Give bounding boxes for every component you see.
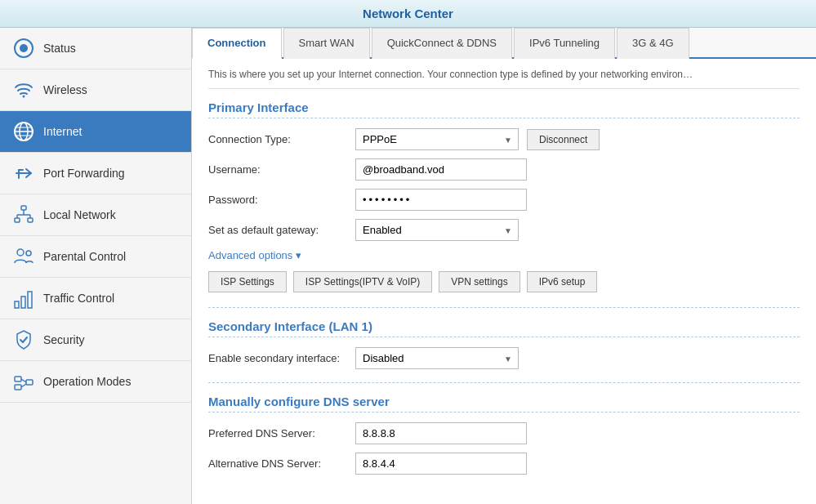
alternative-dns-label: Alternative DNS Server: — [208, 457, 355, 470]
tab-connection[interactable]: Connection — [192, 28, 282, 59]
svg-rect-9 — [15, 218, 20, 222]
connection-type-label: Connection Type: — [208, 133, 355, 145]
connection-type-select[interactable]: PPPoE DHCP Static IP — [355, 128, 519, 150]
security-icon — [12, 328, 35, 351]
svg-rect-19 — [28, 292, 32, 308]
svg-point-2 — [23, 96, 25, 98]
sidebar-item-parental-control[interactable]: Parental Control — [0, 236, 191, 278]
alternative-dns-row: Alternative DNS Server: — [208, 453, 800, 475]
page-description: This is where you set up your Internet c… — [208, 69, 800, 89]
preferred-dns-input[interactable] — [355, 422, 527, 444]
svg-point-15 — [17, 249, 24, 256]
default-gateway-select-wrapper: Enabled Disabled ▼ — [355, 219, 519, 241]
svg-line-23 — [21, 379, 26, 382]
status-icon — [12, 37, 35, 60]
primary-interface-section: Primary Interface Connection Type: PPPoE… — [208, 100, 800, 292]
connection-type-row: Connection Type: PPPoE DHCP Static IP ▼ … — [208, 128, 800, 150]
password-label: Password: — [208, 194, 355, 206]
advanced-options-label: Advanced options — [208, 249, 292, 261]
svg-rect-18 — [21, 297, 25, 308]
content-area: Connection Smart WAN QuickConnect & DDNS… — [192, 28, 816, 504]
sidebar-item-local-network[interactable]: Local Network — [0, 194, 191, 236]
enable-secondary-select-wrapper: Disabled Enabled ▼ — [355, 347, 519, 369]
password-input[interactable] — [355, 189, 527, 211]
sidebar-item-local-network-label: Local Network — [43, 208, 116, 221]
disconnect-button[interactable]: Disconnect — [527, 129, 600, 150]
preferred-dns-label: Preferred DNS Server: — [208, 427, 355, 439]
secondary-interface-section: Secondary Interface (LAN 1) Enable secon… — [208, 307, 800, 369]
sidebar-item-security-label: Security — [43, 333, 85, 346]
operation-modes-icon — [12, 370, 35, 393]
enable-secondary-select[interactable]: Disabled Enabled — [355, 347, 519, 369]
svg-rect-21 — [15, 385, 21, 390]
sidebar-item-internet[interactable]: Internet — [0, 111, 191, 153]
isp-settings-button[interactable]: ISP Settings — [208, 271, 287, 292]
svg-rect-17 — [15, 301, 19, 308]
default-gateway-label: Set as default gateway: — [208, 224, 355, 236]
tab-smart-wan[interactable]: Smart WAN — [283, 28, 370, 59]
advanced-options-toggle[interactable]: Advanced options ▾ — [208, 249, 301, 261]
username-input[interactable] — [355, 158, 527, 181]
username-label: Username: — [208, 163, 355, 176]
sidebar-item-port-forwarding[interactable]: Port Forwarding — [0, 153, 191, 194]
secondary-interface-title: Secondary Interface (LAN 1) — [208, 319, 800, 337]
svg-rect-22 — [26, 380, 33, 385]
sidebar-item-wireless-label: Wireless — [43, 83, 87, 96]
sidebar-item-operation-modes[interactable]: Operation Modes — [0, 361, 191, 403]
dns-section: Manually configure DNS server Preferred … — [208, 382, 800, 475]
svg-point-16 — [26, 251, 31, 256]
svg-rect-8 — [21, 206, 26, 210]
sidebar-item-operation-modes-label: Operation Modes — [43, 375, 131, 388]
connection-type-select-wrapper: PPPoE DHCP Static IP ▼ — [355, 128, 519, 150]
sidebar-item-port-forwarding-label: Port Forwarding — [43, 167, 125, 180]
svg-point-1 — [20, 44, 28, 52]
sidebar-item-status-label: Status — [43, 42, 76, 55]
sidebar-item-internet-label: Internet — [43, 125, 82, 138]
tab-bar: Connection Smart WAN QuickConnect & DDNS… — [192, 28, 816, 59]
action-buttons: ISP Settings ISP Settings(IPTV & VoIP) V… — [208, 271, 800, 292]
svg-rect-10 — [28, 218, 33, 222]
sidebar-item-security[interactable]: Security — [0, 319, 191, 361]
advanced-options-chevron-icon: ▾ — [296, 249, 301, 261]
wireless-icon — [12, 78, 35, 101]
sidebar-item-parental-control-label: Parental Control — [43, 250, 126, 263]
parental-control-icon — [12, 245, 35, 268]
vpn-settings-button[interactable]: VPN settings — [439, 271, 519, 292]
username-row: Username: — [208, 158, 800, 181]
app-title: Network Center — [363, 7, 453, 20]
tab-ipv6-tunneling[interactable]: IPv6 Tunneling — [514, 28, 615, 59]
sidebar-item-traffic-control-label: Traffic Control — [43, 292, 114, 305]
enable-secondary-row: Enable secondary interface: Disabled Ena… — [208, 347, 800, 369]
internet-icon — [12, 120, 35, 143]
sidebar-item-traffic-control[interactable]: Traffic Control — [0, 278, 191, 319]
sidebar-item-status[interactable]: Status — [0, 28, 191, 69]
sidebar: Status Wireless — [0, 28, 192, 504]
port-forwarding-icon — [12, 162, 35, 185]
password-row: Password: — [208, 189, 800, 211]
preferred-dns-row: Preferred DNS Server: — [208, 422, 800, 444]
svg-rect-20 — [15, 377, 21, 381]
isp-settings-iptv-button[interactable]: ISP Settings(IPTV & VoIP) — [293, 271, 433, 292]
ipv6-setup-button[interactable]: IPv6 setup — [527, 271, 598, 292]
content-body: This is where you set up your Internet c… — [192, 59, 816, 497]
default-gateway-select[interactable]: Enabled Disabled — [355, 219, 519, 241]
app-header: Network Center — [0, 0, 816, 28]
primary-interface-title: Primary Interface — [208, 100, 800, 118]
svg-line-24 — [21, 384, 26, 387]
local-network-icon — [12, 203, 35, 226]
enable-secondary-label: Enable secondary interface: — [208, 352, 355, 364]
traffic-control-icon — [12, 287, 35, 310]
sidebar-item-wireless[interactable]: Wireless — [0, 69, 191, 111]
tab-quickconnect-ddns[interactable]: QuickConnect & DDNS — [372, 28, 512, 59]
dns-section-title: Manually configure DNS server — [208, 395, 800, 413]
default-gateway-row: Set as default gateway: Enabled Disabled… — [208, 219, 800, 241]
tab-3g-4g[interactable]: 3G & 4G — [617, 28, 689, 59]
alternative-dns-input[interactable] — [355, 453, 527, 475]
